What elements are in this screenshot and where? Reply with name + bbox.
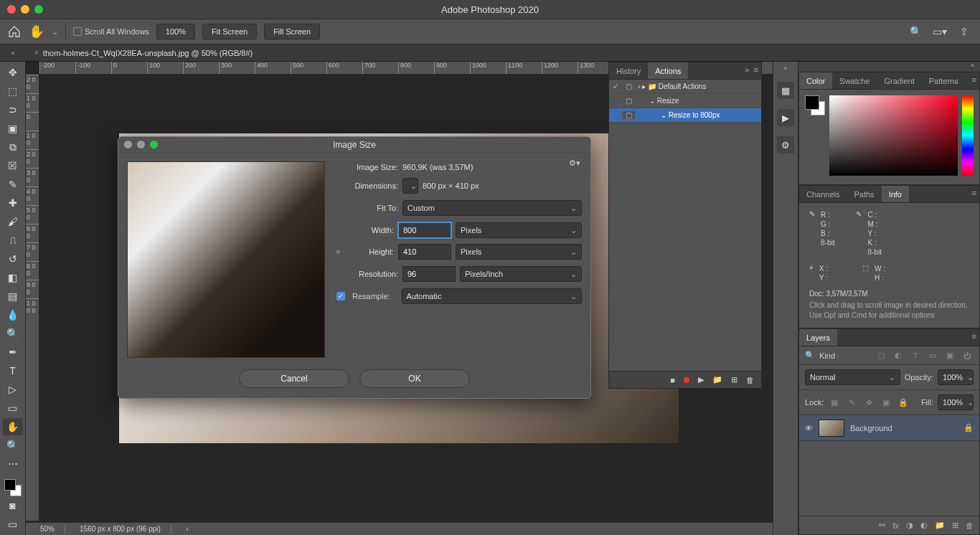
screenmode-icon[interactable]: ▭ [3, 516, 23, 533]
blur-tool-icon[interactable]: 💧 [3, 306, 23, 323]
filter-shape-icon[interactable]: ▭ [926, 351, 939, 360]
status-zoom[interactable]: 50% [40, 525, 65, 533]
color-swatches[interactable] [4, 479, 22, 496]
height-input[interactable] [398, 244, 451, 260]
eyedropper-tool-icon[interactable]: ✎ [3, 176, 23, 193]
hand-tool-icon[interactable]: ✋ [29, 24, 44, 39]
frame-tool-icon[interactable]: ☒ [3, 157, 23, 174]
marquee-tool-icon[interactable]: ⬚ [3, 82, 23, 100]
search-icon[interactable]: 🔍 [907, 26, 924, 37]
blend-mode-select[interactable]: Normal [805, 369, 900, 385]
gradient-tool-icon[interactable]: ▤ [3, 288, 23, 305]
group-icon[interactable]: 📁 [935, 521, 945, 530]
status-chevron-icon[interactable]: › [186, 525, 188, 533]
filter-pixel-icon[interactable]: ▢ [875, 351, 887, 360]
tab-color[interactable]: Color [799, 72, 832, 89]
resolution-input[interactable] [402, 266, 456, 282]
toggle-icon[interactable]: ▢ [622, 82, 635, 90]
fill-screen-button[interactable]: Fill Screen [264, 24, 320, 39]
collapse-right-icon[interactable]: » [798, 62, 980, 72]
resample-method-select[interactable]: Automatic [402, 288, 582, 304]
chevron-down-icon[interactable]: ⌄ [52, 27, 58, 37]
edit-toolbar-icon[interactable]: ⋯ [3, 455, 23, 473]
document-tab[interactable]: × thom-holmes-Ct_WqIX28EA-unsplash.jpg @… [26, 44, 261, 61]
panel-menu-icon[interactable]: ≡ [754, 65, 758, 74]
quickmask-icon[interactable]: ◙ [3, 497, 23, 514]
constrain-proportions-icon[interactable]: ⟐ [332, 247, 344, 255]
adjustment-icon[interactable]: ◐ [920, 521, 928, 530]
share-icon[interactable]: ⇪ [956, 26, 973, 37]
dimensions-toggle[interactable] [402, 178, 418, 194]
resolution-unit-select[interactable]: Pixels/Inch [460, 266, 582, 282]
close-tab-icon[interactable]: × [34, 49, 39, 57]
tab-swatches[interactable]: Swatche [832, 72, 877, 89]
color-swatch-picker[interactable] [805, 95, 825, 115]
healing-tool-icon[interactable]: ✚ [3, 194, 23, 212]
play-icon[interactable]: ▶ [698, 375, 704, 384]
pen-tool-icon[interactable]: ✒ [3, 344, 23, 361]
tab-paths[interactable]: Paths [847, 186, 881, 202]
mask-icon[interactable]: ◑ [906, 521, 913, 530]
workspace-icon[interactable]: ▭▾ [931, 26, 948, 37]
lock-brush-icon[interactable]: ✎ [845, 398, 858, 407]
dodge-tool-icon[interactable]: 🔍 [3, 325, 23, 342]
lock-artboard-icon[interactable]: ▣ [880, 398, 892, 407]
width-unit-select[interactable]: Pixels [456, 222, 582, 238]
filter-adjust-icon[interactable]: ◐ [892, 351, 905, 360]
lock-position-icon[interactable]: ✥ [862, 398, 875, 407]
lasso-tool-icon[interactable]: ⊃ [3, 101, 23, 118]
close-window-icon[interactable] [7, 5, 16, 14]
opacity-input[interactable]: 100% [938, 369, 974, 385]
status-dimensions[interactable]: 1560 px x 800 px (96 ppi) [80, 525, 171, 533]
new-set-icon[interactable]: 📁 [712, 375, 722, 384]
home-icon[interactable] [7, 25, 22, 38]
lock-pixels-icon[interactable]: ▦ [828, 398, 841, 407]
panel-menu-icon[interactable]: ≡ [972, 332, 976, 341]
tab-patterns[interactable]: Patterns [922, 72, 966, 89]
minimize-window-icon[interactable] [21, 5, 29, 14]
search-icon[interactable]: 🔍 [805, 351, 815, 360]
check-icon[interactable]: ✓ [609, 82, 622, 90]
filter-type-icon[interactable]: T [909, 351, 922, 360]
stop-icon[interactable]: ■ [670, 376, 675, 384]
new-layer-icon[interactable]: ⊞ [952, 521, 958, 530]
layer-row[interactable]: 👁 Background 🔒 [799, 415, 979, 441]
resample-checkbox[interactable]: ✓ [336, 292, 345, 300]
history-brush-tool-icon[interactable]: ↺ [3, 250, 23, 268]
action-row[interactable]: ✓▢› ▸ 📁 Default Actions [609, 80, 761, 94]
rectangle-tool-icon[interactable]: ▭ [3, 399, 23, 417]
object-select-tool-icon[interactable]: ▣ [3, 120, 23, 137]
type-tool-icon[interactable]: T [3, 362, 23, 379]
properties-panel-icon[interactable]: ▦ [777, 82, 794, 99]
action-row[interactable]: ▢⌄ Resize to 800px [609, 108, 761, 123]
move-tool-icon[interactable]: ✥ [3, 64, 23, 81]
filter-smart-icon[interactable]: ▣ [943, 351, 956, 360]
dlg-close-icon[interactable] [124, 141, 132, 148]
tab-actions[interactable]: Actions [648, 62, 688, 79]
filter-toggle-icon[interactable]: ⏻ [961, 351, 974, 360]
hue-slider[interactable] [962, 95, 974, 176]
tab-history[interactable]: History [609, 62, 648, 79]
fit-screen-button[interactable]: Fit Screen [202, 24, 257, 39]
fit-to-select[interactable]: Custom [402, 200, 582, 216]
dlg-max-icon[interactable] [150, 141, 158, 148]
collapse-strip-icon[interactable]: « [783, 65, 787, 72]
record-icon[interactable] [684, 377, 689, 383]
maximize-window-icon[interactable] [34, 5, 43, 14]
hand-tool-icon[interactable]: ✋ [3, 418, 23, 435]
trash-icon[interactable]: 🗑 [966, 521, 974, 530]
path-select-tool-icon[interactable]: ▷ [3, 381, 23, 398]
action-row[interactable]: ▢⌄ Resize [609, 94, 761, 108]
lock-all-icon[interactable]: 🔒 [897, 398, 910, 407]
play-panel-icon[interactable]: ▶ [777, 109, 794, 126]
color-field[interactable] [829, 95, 958, 176]
height-unit-select[interactable]: Pixels [456, 244, 582, 260]
eraser-tool-icon[interactable]: ◧ [3, 269, 23, 286]
fill-input[interactable]: 100% [938, 394, 974, 410]
zoom-tool-icon[interactable]: 🔍 [3, 437, 23, 454]
visibility-icon[interactable]: 👁 [805, 424, 813, 432]
new-action-icon[interactable]: ⊞ [731, 375, 738, 384]
cancel-button[interactable]: Cancel [239, 369, 349, 388]
brush-tool-icon[interactable]: 🖌 [3, 213, 23, 230]
width-input[interactable] [398, 222, 451, 238]
